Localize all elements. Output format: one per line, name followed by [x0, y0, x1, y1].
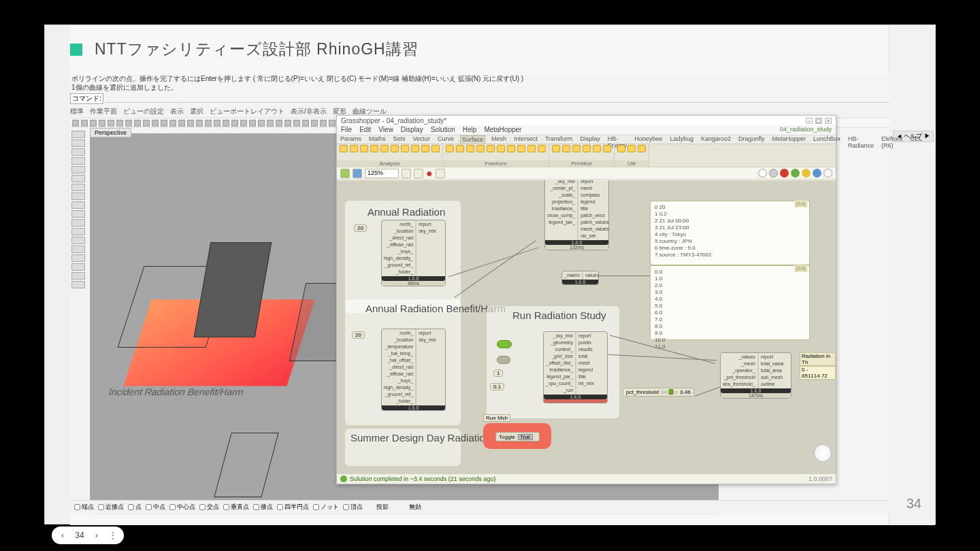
tool-icon[interactable] [196, 120, 203, 127]
preview-grey-icon[interactable] [769, 169, 778, 178]
offset-input[interactable]: 0.1 [490, 383, 504, 390]
tab-standard[interactable]: 標準 [70, 107, 84, 116]
output-label[interactable]: Radiation in Th [800, 352, 836, 366]
grid-size-input[interactable]: 1 [493, 369, 503, 377]
ribbon-icon[interactable] [538, 145, 546, 152]
tool-icon[interactable] [214, 120, 220, 127]
osnap-perp[interactable]: 垂直点 [223, 503, 249, 512]
ribbon-icon[interactable] [431, 145, 440, 152]
ribbon-icon[interactable] [370, 145, 378, 152]
osnap-bar[interactable]: 端点 近接点 点 中点 中心点 交点 垂直点 接点 四半円点 ノット 頂点 投影… [70, 500, 889, 514]
tool-icon[interactable] [71, 184, 85, 191]
tool-icon[interactable] [258, 120, 265, 127]
ribbon-icon[interactable] [350, 145, 358, 152]
tool-icon[interactable] [71, 131, 85, 138]
open-file-icon[interactable] [340, 169, 350, 178]
pen-icon[interactable] [436, 169, 445, 178]
zoom-input[interactable]: 125% [365, 169, 399, 178]
ribbon-icon[interactable] [638, 145, 646, 152]
tool-icon[interactable] [71, 139, 85, 147]
ribbon-icon[interactable] [603, 145, 611, 152]
tool-icon[interactable] [71, 201, 85, 209]
menu-metahopper[interactable]: MetaHopper [484, 126, 521, 134]
benefit-sky-matrix-component[interactable]: north__location_temperature_bal_temp__ba… [381, 329, 446, 411]
panel-component-top[interactable]: {0;0} 0 201 0.22 21 Jul 00:003 21 Jul 23… [650, 201, 810, 265]
viewer-page-toolbar[interactable]: ‹ 34 › ⋮ [52, 527, 124, 544]
tool-icon[interactable] [267, 120, 274, 127]
tab-viewport[interactable]: ビューポートレイアウト [210, 107, 284, 116]
ribbon-icon[interactable] [497, 145, 505, 152]
gh-quick-toolbar[interactable]: 125% ● [337, 167, 836, 180]
osnap-near[interactable]: 近接点 [98, 503, 124, 512]
ribbon-icon[interactable] [476, 145, 485, 152]
tool-icon[interactable] [108, 120, 114, 127]
tool-icon[interactable] [71, 254, 85, 262]
prev-page-button[interactable]: ‹ [57, 530, 68, 541]
tool-icon[interactable] [223, 120, 229, 127]
brep-param[interactable] [497, 340, 512, 348]
tool-icon[interactable] [178, 120, 185, 127]
tab-setview[interactable]: ビューの設定 [123, 107, 164, 116]
tool-icon[interactable] [71, 166, 85, 173]
tab-display[interactable]: 表示 [170, 107, 184, 116]
gh-canvas[interactable]: _sky_mtx_center_pt__scale_projection_irr… [337, 180, 836, 474]
tool-icon[interactable] [284, 120, 291, 127]
ribbon-icon[interactable] [552, 145, 560, 152]
zoom-extents-icon[interactable] [402, 169, 411, 178]
tool-icon[interactable] [71, 175, 85, 182]
tool-icon[interactable] [302, 120, 309, 127]
pct-threshold-slider[interactable]: pct_threshold 0.46 [623, 388, 694, 397]
ribbon-icon[interactable] [340, 145, 348, 152]
output-value[interactable]: 0 - 851114.72 [800, 366, 836, 380]
tool-icon[interactable] [71, 228, 85, 235]
gh-menubar[interactable]: File Edit View Display Solution Help Met… [337, 125, 836, 135]
osnap-quad[interactable]: 四半円点 [277, 503, 309, 512]
ribbon-icon[interactable] [456, 145, 464, 152]
tab-visibility[interactable]: 表示/非表示 [291, 107, 327, 116]
gh-ribbon[interactable]: Analysis Freeform Primitive Util [337, 144, 836, 167]
preview-blue-icon[interactable] [813, 169, 821, 178]
osnap-disable[interactable]: 無効 [409, 503, 421, 512]
tool-icon[interactable] [71, 219, 85, 227]
ribbon-icon[interactable] [487, 145, 495, 152]
tool-icon[interactable] [71, 281, 85, 288]
grasshopper-window[interactable]: Grasshopper - 04_radiation_study* – ▢ × … [336, 115, 836, 484]
gh-plugin-tabs[interactable]: ParamsMathsSetsVectorCurveSurfaceMeshInt… [337, 135, 836, 144]
osnap-cen[interactable]: 中心点 [169, 503, 195, 512]
tool-icon[interactable] [152, 120, 159, 127]
ribbon-icon[interactable] [421, 145, 429, 152]
osnap-knot[interactable]: ノット [313, 503, 339, 512]
more-options-button[interactable]: ⋮ [108, 530, 118, 541]
tool-icon[interactable] [72, 120, 79, 127]
ribbon-icon[interactable] [401, 145, 409, 152]
tool-icon[interactable] [293, 120, 300, 127]
ribbon-icon[interactable] [507, 145, 515, 152]
tool-icon[interactable] [187, 120, 194, 127]
current-page[interactable]: 34 [74, 531, 86, 540]
sky-dome-component[interactable]: _sky_mtx_center_pt__scale_projection_irr… [544, 180, 609, 250]
preview-green-icon[interactable] [791, 169, 800, 178]
gh-titlebar[interactable]: Grasshopper - 04_radiation_study* – ▢ × [337, 116, 836, 125]
tool-icon[interactable] [134, 120, 141, 127]
tool-icon[interactable] [71, 272, 85, 280]
geometry-param[interactable] [497, 356, 510, 364]
tool-icon[interactable] [71, 263, 85, 271]
sky-matrix-component[interactable]: north__location_direct_rad_diffuse_rad_h… [381, 220, 446, 286]
ribbon-icon[interactable] [527, 145, 536, 152]
preview-red-icon[interactable] [780, 169, 789, 178]
tool-icon[interactable] [71, 148, 85, 156]
tool-icon[interactable] [143, 120, 150, 127]
preview-wire-icon[interactable] [823, 169, 832, 178]
menu-help[interactable]: Help [463, 126, 477, 134]
tool-icon[interactable] [90, 120, 97, 127]
tool-icon[interactable] [231, 120, 238, 127]
osnap-vertex[interactable]: 頂点 [343, 503, 363, 512]
menu-edit[interactable]: Edit [359, 126, 371, 134]
tool-icon[interactable] [71, 237, 85, 244]
tool-icon[interactable] [116, 120, 123, 127]
ribbon-icon[interactable] [517, 145, 525, 152]
next-page-button[interactable]: › [91, 530, 102, 541]
osnap-project[interactable]: 投影 [376, 503, 389, 512]
tool-icon[interactable] [205, 120, 212, 127]
canvas-compass-icon[interactable] [814, 444, 832, 462]
